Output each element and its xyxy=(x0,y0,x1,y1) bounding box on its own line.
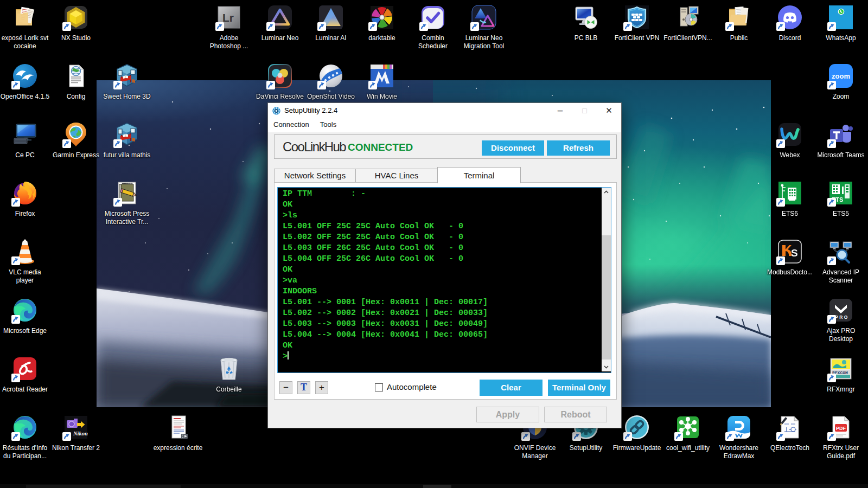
svg-text:Nikon: Nikon xyxy=(73,431,88,436)
svg-text:S: S xyxy=(791,247,798,259)
svg-text:PRO: PRO xyxy=(835,314,849,320)
svg-text:PDF: PDF xyxy=(836,426,846,431)
svg-text:zoom: zoom xyxy=(832,72,850,80)
svg-text:Lr: Lr xyxy=(222,11,234,24)
